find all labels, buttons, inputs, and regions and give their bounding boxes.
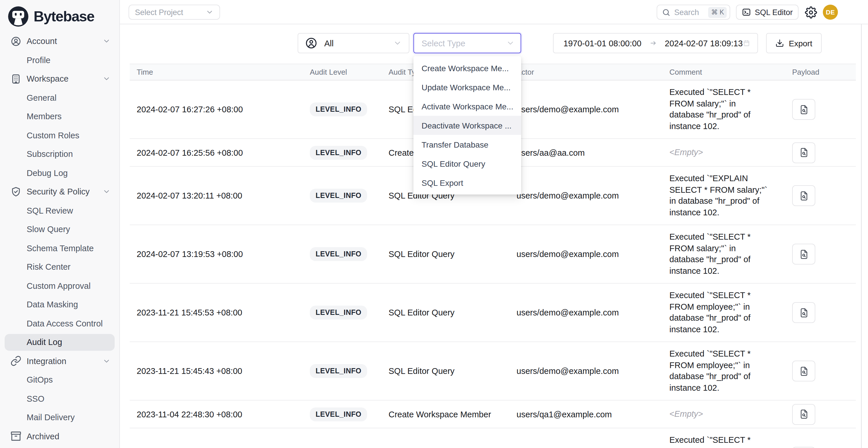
download-icon bbox=[776, 39, 784, 47]
topbar-actions: Search ⌘ K SQL Editor DE bbox=[657, 5, 838, 20]
audit-level-badge: LEVEL_INFO bbox=[310, 306, 367, 320]
column-header-actor: Actor bbox=[512, 68, 665, 76]
audit-time: 2024-02-07 13:20:11 +08:00 bbox=[130, 167, 305, 225]
sidebar-item-workspace[interactable]: Workspace bbox=[0, 69, 119, 88]
file-search-icon bbox=[799, 148, 809, 157]
audit-level-badge: LEVEL_INFO bbox=[310, 407, 367, 421]
type-dropdown-option[interactable]: Activate Workspace Me... bbox=[413, 97, 521, 116]
type-dropdown-option[interactable]: SQL Editor Query bbox=[413, 154, 521, 173]
view-payload-button[interactable] bbox=[792, 361, 815, 381]
bytebase-logo[interactable]: Bytebase bbox=[0, 0, 119, 32]
audit-type: SQL Editor Query bbox=[384, 428, 512, 448]
view-payload-button[interactable] bbox=[792, 404, 815, 424]
sidebar-item-audit-log[interactable]: Audit Log bbox=[0, 333, 119, 352]
sidebar-item-subscription[interactable]: Subscription bbox=[0, 145, 119, 163]
type-dropdown-option[interactable]: Create Workspace Me... bbox=[413, 59, 521, 77]
date-range-picker[interactable]: 1970-01-01 08:00:00 2024-02-07 18:09:13 bbox=[553, 33, 758, 53]
sidebar-item-custom-roles[interactable]: Custom Roles bbox=[0, 126, 119, 145]
sql-editor-label: SQL Editor bbox=[755, 8, 793, 17]
sidebar-item-risk-center[interactable]: Risk Center bbox=[0, 258, 119, 277]
chevron-down-icon bbox=[506, 39, 515, 47]
actor-filter-select[interactable]: All bbox=[298, 33, 409, 53]
search-icon bbox=[662, 8, 671, 17]
sidebar-item-data-masking[interactable]: Data Masking bbox=[0, 295, 119, 314]
sql-editor-button[interactable]: SQL Editor bbox=[736, 5, 799, 20]
calendar-icon bbox=[743, 38, 750, 48]
export-button[interactable]: Export bbox=[766, 33, 822, 53]
audit-actor: users/demo@example.com bbox=[512, 225, 665, 283]
sidebar-item-gitops[interactable]: GitOps bbox=[0, 371, 119, 389]
audit-time: 2023-11-21 15:45:53 +08:00 bbox=[130, 284, 305, 342]
view-payload-button[interactable] bbox=[792, 447, 815, 448]
audit-comment: Executed `"SELECT * FROM employee;"` in … bbox=[665, 342, 787, 400]
audit-comment: Executed `"EXPLAIN SELECT * FROM salary;… bbox=[665, 167, 787, 225]
security-icon bbox=[10, 186, 21, 197]
audit-type: SQL Editor Query bbox=[384, 342, 512, 400]
sidebar-item-sso[interactable]: SSO bbox=[0, 389, 119, 408]
audit-comment: Executed `"SELECT * FROM salary;"` in da… bbox=[665, 225, 787, 283]
audit-level-badge: LEVEL_INFO bbox=[310, 247, 367, 261]
sidebar-item-account[interactable]: Account bbox=[0, 32, 119, 51]
actor-filter-value: All bbox=[324, 38, 334, 48]
type-filter-select[interactable]: Select Type bbox=[413, 33, 521, 53]
audit-time: 2024-02-07 16:25:56 +08:00 bbox=[130, 139, 305, 166]
integration-icon bbox=[10, 356, 21, 367]
audit-type: SQL Editor Query bbox=[384, 225, 512, 283]
sidebar-item-sql-review[interactable]: SQL Review bbox=[0, 201, 119, 220]
settings-gear-button[interactable] bbox=[804, 6, 817, 19]
sidebar-item-schema-template[interactable]: Schema Template bbox=[0, 239, 119, 258]
audit-time: 2024-02-07 13:19:53 +08:00 bbox=[130, 225, 305, 283]
project-select[interactable]: Select Project bbox=[129, 5, 220, 20]
type-dropdown-menu: Create Workspace Me...Update Workspace M… bbox=[413, 56, 521, 194]
chevron-down-icon bbox=[393, 39, 402, 47]
audit-time: 2023-11-04 01:06:24 +08:00 bbox=[130, 428, 305, 448]
table-row: 2023-11-04 01:06:24 +08:00 LEVEL_INFO SQ… bbox=[130, 428, 856, 448]
view-payload-button[interactable] bbox=[792, 302, 815, 323]
audit-level-badge: LEVEL_INFO bbox=[310, 102, 367, 116]
sidebar-item-members[interactable]: Members bbox=[0, 107, 119, 126]
search-input[interactable]: Search ⌘ K bbox=[657, 5, 731, 20]
chevron-down-icon bbox=[102, 188, 111, 196]
sidebar-item-archived[interactable]: Archived bbox=[0, 427, 119, 446]
gear-icon bbox=[805, 6, 817, 18]
sidebar-item-custom-approval[interactable]: Custom Approval bbox=[0, 277, 119, 295]
audit-actor: users/aa@aa.com bbox=[512, 139, 665, 166]
table-row: 2024-02-07 13:19:53 +08:00 LEVEL_INFO SQ… bbox=[130, 225, 856, 284]
user-avatar[interactable]: DE bbox=[823, 5, 838, 20]
sidebar-item-mail-delivery[interactable]: Mail Delivery bbox=[0, 408, 119, 427]
type-dropdown-option[interactable]: Transfer Database bbox=[413, 135, 521, 154]
chevron-down-icon bbox=[102, 37, 111, 45]
arrow-right-icon bbox=[649, 38, 657, 48]
table-row: 2023-11-21 15:45:43 +08:00 LEVEL_INFO SQ… bbox=[130, 342, 856, 401]
view-payload-button[interactable] bbox=[792, 142, 815, 163]
audit-level-badge: LEVEL_INFO bbox=[310, 146, 367, 159]
sidebar-item-security-policy[interactable]: Security & Policy bbox=[0, 182, 119, 201]
bytebase-app: Bytebase Account Profile Workspace Gener… bbox=[0, 0, 868, 448]
view-payload-button[interactable] bbox=[792, 99, 815, 120]
file-search-icon bbox=[799, 366, 809, 376]
audit-comment: Executed `"SELECT * FROM department;"` i… bbox=[665, 428, 787, 448]
type-dropdown-option[interactable]: SQL Export bbox=[413, 173, 521, 192]
sidebar-item-general[interactable]: General bbox=[0, 88, 119, 107]
topbar: Select Project Search ⌘ K SQL Editor DE bbox=[120, 0, 868, 24]
audit-comment: Executed `"SELECT * FROM employee;"` in … bbox=[665, 284, 787, 342]
type-dropdown-option[interactable]: Deactivate Workspace ... bbox=[413, 116, 521, 135]
view-payload-button[interactable] bbox=[792, 185, 815, 206]
workspace-icon bbox=[10, 73, 21, 85]
sidebar-item-slow-query[interactable]: Slow Query bbox=[0, 220, 119, 239]
sidebar: Bytebase Account Profile Workspace Gener… bbox=[0, 0, 120, 448]
sidebar-item-data-access-control[interactable]: Data Access Control bbox=[0, 314, 119, 333]
audit-actor: users/demo@example.com bbox=[512, 284, 665, 342]
type-dropdown-option[interactable]: Update Workspace Me... bbox=[413, 77, 521, 97]
sidebar-item-debug-log[interactable]: Debug Log bbox=[0, 163, 119, 182]
view-payload-button[interactable] bbox=[792, 244, 815, 264]
audit-actor: users/demo@example.com bbox=[512, 167, 665, 225]
person-circle-icon bbox=[305, 37, 317, 49]
sidebar-item-integration[interactable]: Integration bbox=[0, 352, 119, 371]
account-icon bbox=[10, 36, 21, 47]
scrollbar-track[interactable] bbox=[861, 24, 862, 448]
sidebar-item-profile[interactable]: Profile bbox=[0, 51, 119, 69]
chevron-down-icon bbox=[206, 8, 214, 16]
column-header-time: Time bbox=[130, 68, 305, 76]
type-filter-placeholder: Select Type bbox=[422, 38, 465, 48]
